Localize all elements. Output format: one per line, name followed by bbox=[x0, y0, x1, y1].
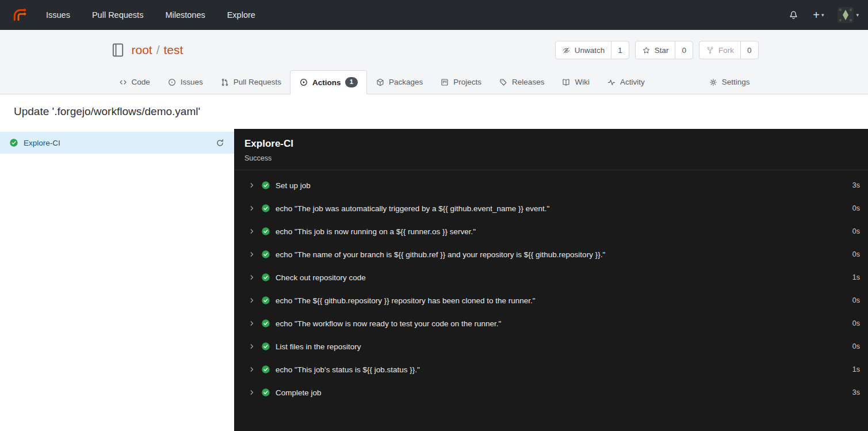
play-circle-icon bbox=[299, 78, 308, 87]
step-row[interactable]: echo "This job is now running on a ${{ r… bbox=[234, 220, 868, 243]
run-layout: Explore-CI Explore-CI Success Set up job bbox=[0, 129, 868, 431]
success-check-icon bbox=[261, 388, 270, 397]
chevron-down-icon: ▾ bbox=[821, 12, 824, 18]
step-row[interactable]: echo "The job was automatically triggere… bbox=[234, 197, 868, 220]
step-duration: 0s bbox=[852, 319, 860, 327]
chevron-right-icon bbox=[248, 319, 256, 327]
unwatch-button-group: Unwatch 1 bbox=[555, 41, 629, 59]
tab-projects[interactable]: Projects bbox=[431, 70, 490, 94]
chevron-right-icon bbox=[248, 365, 256, 373]
step-row[interactable]: Complete job 3s bbox=[234, 381, 868, 404]
refresh-icon bbox=[215, 138, 225, 148]
step-name: echo "The workflow is now ready to test … bbox=[276, 319, 501, 328]
navbar-links: Issues Pull Requests Milestones Explore bbox=[46, 10, 255, 20]
step-duration: 0s bbox=[852, 296, 860, 304]
stars-count[interactable]: 0 bbox=[675, 41, 693, 59]
repo-separator: / bbox=[156, 43, 160, 57]
nav-item-milestones[interactable]: Milestones bbox=[165, 10, 205, 20]
step-row[interactable]: echo "The workflow is now ready to test … bbox=[234, 312, 868, 335]
step-name: Complete job bbox=[276, 388, 322, 397]
step-name: echo "This job's status is ${{ job.statu… bbox=[276, 365, 420, 374]
log-job-status: Success bbox=[244, 154, 858, 162]
step-name: echo "The job was automatically triggere… bbox=[276, 204, 549, 213]
tab-issues[interactable]: Issues bbox=[159, 70, 212, 94]
watchers-count[interactable]: 1 bbox=[611, 41, 629, 59]
step-duration: 0s bbox=[852, 342, 860, 350]
chevron-right-icon bbox=[248, 388, 256, 396]
tab-activity[interactable]: Activity bbox=[598, 70, 653, 94]
fork-button[interactable]: Fork bbox=[699, 41, 740, 59]
star-button[interactable]: Star bbox=[636, 41, 675, 59]
tab-releases[interactable]: Releases bbox=[490, 70, 553, 94]
step-row[interactable]: Check out repository code 1s bbox=[234, 266, 868, 289]
tab-settings-label: Settings bbox=[722, 78, 750, 86]
nav-item-pull-requests[interactable]: Pull Requests bbox=[92, 10, 143, 20]
success-check-icon bbox=[261, 181, 270, 190]
unwatch-button[interactable]: Unwatch bbox=[556, 41, 611, 59]
run-commit-title: Update '.forgejo/workflows/demo.yaml' bbox=[14, 105, 200, 118]
jobs-sidebar: Explore-CI bbox=[0, 129, 234, 431]
repo-action-buttons: Unwatch 1 Star 0 bbox=[555, 41, 759, 59]
step-row[interactable]: echo "This job's status is ${{ job.statu… bbox=[234, 358, 868, 381]
step-duration: 0s bbox=[852, 227, 860, 235]
pulse-icon bbox=[607, 78, 616, 87]
fork-label: Fork bbox=[718, 46, 734, 55]
success-check-icon bbox=[261, 204, 270, 213]
tab-pull-requests-label: Pull Requests bbox=[234, 78, 281, 86]
user-menu[interactable]: ▾ bbox=[838, 7, 859, 23]
step-row[interactable]: Set up job 3s bbox=[234, 174, 868, 197]
tab-settings[interactable]: Settings bbox=[700, 70, 759, 94]
tab-projects-label: Projects bbox=[453, 78, 481, 86]
success-check-icon bbox=[261, 319, 270, 328]
success-check-icon bbox=[261, 227, 270, 236]
chevron-right-icon bbox=[248, 273, 256, 281]
forks-count[interactable]: 0 bbox=[740, 41, 758, 59]
tab-code[interactable]: Code bbox=[110, 70, 159, 94]
tab-actions-label: Actions bbox=[312, 78, 341, 87]
tab-releases-label: Releases bbox=[512, 78, 544, 86]
chevron-right-icon bbox=[248, 181, 256, 189]
star-icon bbox=[642, 46, 651, 55]
step-row[interactable]: echo "The ${{ github.repository }} repos… bbox=[234, 289, 868, 312]
book-icon bbox=[561, 78, 571, 87]
create-new-dropdown[interactable]: + ▾ bbox=[813, 9, 824, 21]
repo-name-link[interactable]: test bbox=[164, 43, 183, 57]
unwatch-label: Unwatch bbox=[575, 46, 605, 55]
actions-count-badge: 1 bbox=[345, 77, 358, 87]
step-row[interactable]: List files in the repository 0s bbox=[234, 335, 868, 358]
run-title-row: Update '.forgejo/workflows/demo.yaml' bbox=[0, 94, 868, 129]
step-duration: 1s bbox=[852, 365, 860, 373]
notifications-button[interactable] bbox=[788, 10, 799, 21]
repo-header: root / test Unwatch bbox=[0, 30, 868, 94]
chevron-right-icon bbox=[248, 204, 256, 212]
job-item-explore-ci[interactable]: Explore-CI bbox=[0, 132, 234, 154]
success-check-icon bbox=[9, 138, 18, 147]
step-name: echo "The ${{ github.repository }} repos… bbox=[276, 296, 536, 305]
plus-icon: + bbox=[813, 9, 820, 21]
forgejo-logo[interactable] bbox=[12, 7, 28, 23]
nav-item-explore[interactable]: Explore bbox=[227, 10, 255, 20]
project-board-icon bbox=[440, 78, 449, 87]
tab-pull-requests[interactable]: Pull Requests bbox=[212, 70, 290, 94]
chevron-right-icon bbox=[248, 227, 256, 235]
tab-actions[interactable]: Actions 1 bbox=[290, 70, 367, 94]
fork-button-group: Fork 0 bbox=[699, 41, 759, 59]
step-duration: 3s bbox=[852, 388, 860, 396]
eye-slash-icon bbox=[562, 46, 571, 55]
tag-icon bbox=[499, 78, 508, 87]
code-icon bbox=[118, 78, 128, 87]
star-label: Star bbox=[655, 46, 669, 55]
success-check-icon bbox=[261, 365, 270, 374]
nav-item-issues[interactable]: Issues bbox=[46, 10, 70, 20]
success-check-icon bbox=[261, 342, 270, 351]
success-check-icon bbox=[261, 273, 270, 282]
tab-wiki[interactable]: Wiki bbox=[553, 70, 598, 94]
repo-owner-link[interactable]: root bbox=[132, 43, 152, 57]
step-name: Set up job bbox=[276, 181, 311, 190]
step-row[interactable]: echo "The name of your branch is ${{ git… bbox=[234, 243, 868, 266]
rerun-job-button[interactable] bbox=[215, 138, 225, 148]
repo-icon bbox=[110, 42, 126, 58]
step-duration: 0s bbox=[852, 204, 860, 212]
tab-packages-label: Packages bbox=[389, 78, 423, 86]
tab-packages[interactable]: Packages bbox=[367, 70, 431, 94]
